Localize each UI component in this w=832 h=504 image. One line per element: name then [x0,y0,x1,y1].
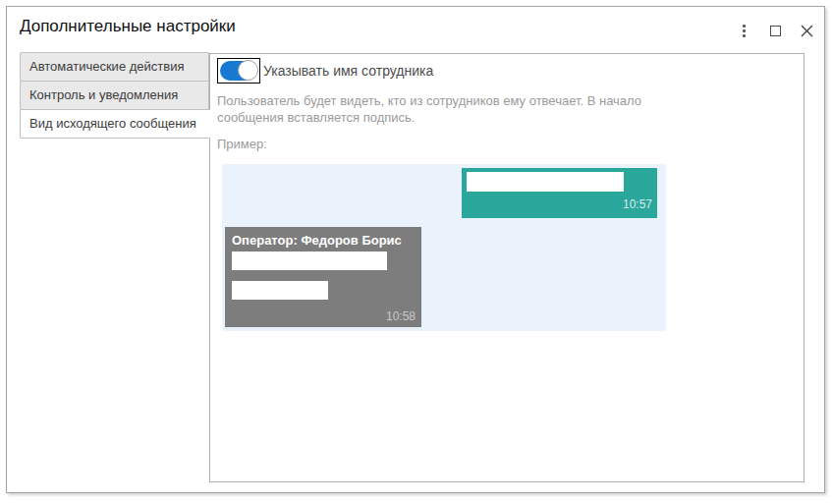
toggle-label: Указывать имя сотрудника [263,63,433,79]
toggle-knob [238,60,258,81]
toggle-switch-on [220,61,256,81]
window-controls [737,23,814,38]
example-label: Пример: [217,137,267,151]
message-time: 10:57 [623,197,652,211]
kebab-menu-icon [743,25,746,37]
window-title: Дополнительные настройки [20,17,236,36]
message-text-placeholder [232,281,328,300]
operator-signature: Оператор: Федоров Борис [232,233,402,248]
incoming-message-bubble: Оператор: Федоров Борис 10:58 [225,227,421,327]
menu-button[interactable] [737,23,751,38]
message-text-placeholder [467,172,624,192]
message-time: 10:58 [386,309,416,323]
setting-description: Пользователь будет видеть, кто из сотруд… [217,92,694,126]
employee-name-toggle-row: Указывать имя сотрудника [217,58,433,84]
maximize-button[interactable] [768,23,783,38]
outgoing-message-bubble: 10:57 [462,168,657,218]
close-icon [801,25,813,37]
tab-content-panel: Указывать имя сотрудника Пользователь бу… [209,53,804,482]
maximize-icon [770,26,781,36]
tab-outgoing-message-appearance[interactable]: Вид исходящего сообщения [20,109,210,139]
message-text-placeholder [232,252,387,270]
tab-control-notifications[interactable]: Контроль и уведомления [20,81,209,110]
tab-automatic-actions[interactable]: Автоматические действия [20,52,209,82]
close-button[interactable] [800,23,814,38]
settings-window: Дополнительные настройки Автоматические … [6,6,825,493]
chat-example-preview: 10:57 Оператор: Федоров Борис 10:58 [222,164,666,331]
employee-name-toggle[interactable] [217,58,260,84]
settings-tabs: Автоматические действия Контроль и уведо… [20,52,210,139]
